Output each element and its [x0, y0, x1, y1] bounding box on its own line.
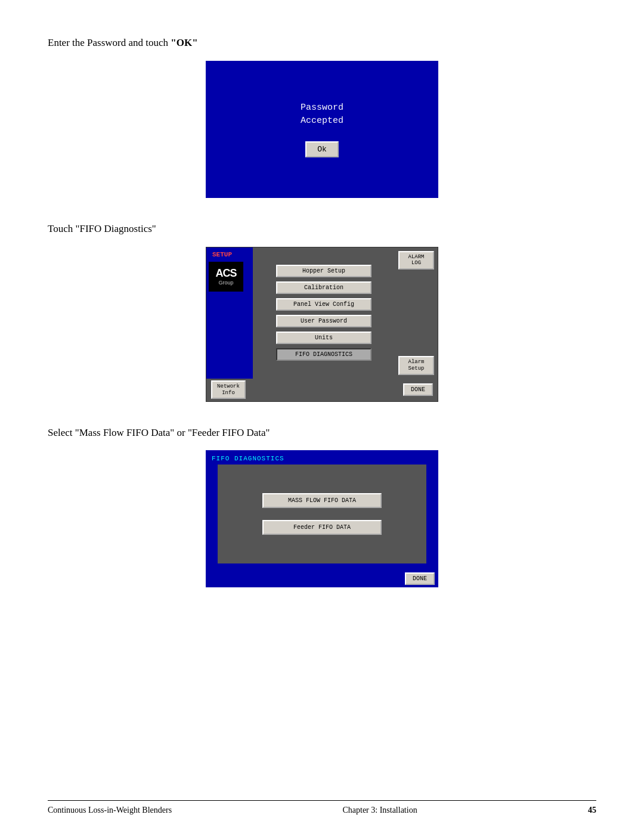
- section3-bold2: "Feeder FIFO Data": [188, 427, 270, 438]
- page-number: 45: [588, 806, 596, 815]
- instruction-bold: "OK": [171, 37, 197, 48]
- ok-button[interactable]: Ok: [305, 141, 339, 157]
- footer-center: Chapter 3: Installation: [342, 806, 417, 815]
- password-accepted-text: Password Accepted: [301, 101, 343, 128]
- footer-left: Continuous Loss-in-Weight Blenders: [48, 806, 172, 815]
- fifo-diagnostics-title: FIFO DIAGNOSTICS: [206, 450, 438, 465]
- section3-prefix: Select: [48, 427, 75, 438]
- fifo-content: MASS FLOW FIFO DATA Feeder FIFO DATA: [218, 465, 426, 563]
- setup-menu: Hopper Setup Calibration Panel View Conf…: [253, 247, 395, 379]
- fifo-done-button[interactable]: DONE: [405, 572, 435, 585]
- alarm-log-button[interactable]: ALARMLOG: [398, 251, 434, 270]
- section3-middle: or: [174, 427, 188, 438]
- password-screen: Password Accepted Ok: [206, 61, 438, 198]
- feeder-fifo-button[interactable]: Feeder FIFO DATA: [262, 520, 382, 535]
- setup-done-button[interactable]: DONE: [403, 383, 433, 396]
- alarm-setup-button[interactable]: AlarmSetup: [398, 356, 434, 375]
- fifo-diagnostics-screen: FIFO DIAGNOSTICS MASS FLOW FIFO DATA Fee…: [206, 450, 438, 587]
- setup-bottom-bar: NetworkInfo DONE: [206, 379, 438, 401]
- section2-instruction: Touch "FIFO Diagnostics": [48, 222, 596, 236]
- instruction-text: Enter the Password and touch: [48, 37, 171, 48]
- network-info-button[interactable]: NetworkInfo: [211, 380, 246, 400]
- user-password-button[interactable]: User Password: [276, 315, 371, 327]
- acs-logo: ACS Group: [209, 262, 243, 292]
- calibration-button[interactable]: Calibration: [276, 281, 371, 294]
- fifo-footer: DONE: [206, 569, 438, 587]
- section3-bold1: "Mass Flow FIFO Data": [75, 427, 174, 438]
- page-footer: Continuous Loss-in-Weight Blenders Chapt…: [48, 800, 596, 815]
- mass-flow-fifo-button[interactable]: MASS FLOW FIFO DATA: [262, 493, 382, 508]
- setup-right-panel: ALARMLOG AlarmSetup: [395, 247, 438, 379]
- setup-left-panel: SETUP ACS Group: [206, 247, 253, 379]
- section2-bold: "FIFO Diagnostics": [76, 223, 156, 234]
- setup-screen: SETUP ACS Group Hopper Setup Calibration…: [206, 247, 438, 402]
- units-button[interactable]: Units: [276, 332, 371, 344]
- acs-logo-sub: Group: [218, 280, 233, 286]
- section3-instruction: Select "Mass Flow FIFO Data" or "Feeder …: [48, 426, 596, 440]
- fifo-diagnostics-button[interactable]: FIFO DIAGNOSTICS: [276, 348, 371, 361]
- setup-title: SETUP: [212, 251, 232, 258]
- panel-view-config-button[interactable]: Panel View Config: [276, 298, 371, 311]
- section1-instruction: Enter the Password and touch "OK": [48, 36, 596, 50]
- acs-logo-text: ACS: [215, 267, 236, 280]
- hopper-setup-button[interactable]: Hopper Setup: [276, 265, 371, 277]
- section2-prefix: Touch: [48, 223, 76, 234]
